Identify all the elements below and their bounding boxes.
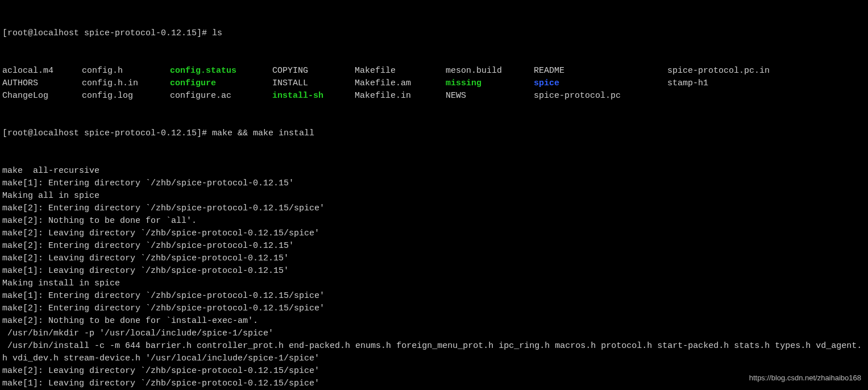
ls-item: missing [446,77,534,90]
ls-row: aclocal.m4config.hconfig.statusCOPYINGMa… [2,65,866,77]
ls-item: stamp-h1 [667,77,815,90]
output-line: make[2]: Leaving directory `/zhb/spice-p… [2,252,866,265]
ls-item: configure [170,77,272,90]
ls-row: AUTHORSconfig.h.inconfigureINSTALLMakefi… [2,77,866,90]
output-line: make[1]: Leaving directory `/zhb/spice-p… [2,377,866,390]
output-line: make[2]: Leaving directory `/zhb/spice-p… [2,227,866,240]
prompt: [root@localhost spice-protocol-0.12.15]# [2,127,212,140]
ls-item: spice [534,77,667,90]
output-line: make all-recursive [2,165,866,177]
output-line: make[2]: Leaving directory `/zhb/spice-p… [2,365,866,377]
output-line: /usr/bin/mkdir -p '/usr/local/include/sp… [2,327,866,340]
ls-row: ChangeLogconfig.logconfigure.acinstall-s… [2,90,866,102]
prompt-line-2: [root@localhost spice-protocol-0.12.15]#… [2,127,866,140]
ls-item: ChangeLog [2,90,82,102]
output-line: make[2]: Entering directory `/zhb/spice-… [2,202,866,215]
ls-item: Makefile.am [355,77,446,90]
ls-item: README [534,65,667,77]
output-line: make[2]: Entering directory `/zhb/spice-… [2,302,866,315]
ls-item: configure.ac [170,90,272,102]
output-line: make[2]: Nothing to be done for `all'. [2,215,866,227]
ls-item: spice-protocol.pc [534,90,667,102]
ls-item: meson.build [446,65,534,77]
prompt: [root@localhost spice-protocol-0.12.15]# [2,27,212,40]
output-line: /usr/bin/install -c -m 644 barrier.h con… [2,340,866,365]
ls-item: spice-protocol.pc.in [667,65,815,77]
ls-item: config.h.in [82,77,170,90]
ls-item: COPYING [272,65,355,77]
output-line: make[1]: Leaving directory `/zhb/spice-p… [2,265,866,277]
ls-item: Makefile [355,65,446,77]
ls-item: Makefile.in [355,90,446,102]
make-output: make all-recursivemake[1]: Entering dire… [2,165,866,390]
ls-output: aclocal.m4config.hconfig.statusCOPYINGMa… [2,65,866,102]
output-line: make[1]: Entering directory `/zhb/spice-… [2,177,866,190]
ls-item: config.h [82,65,170,77]
terminal[interactable]: [root@localhost spice-protocol-0.12.15]#… [0,0,868,390]
ls-item: INSTALL [272,77,355,90]
output-line: Making all in spice [2,190,866,202]
output-line: make[2]: Nothing to be done for `install… [2,315,866,327]
command: ls [212,27,222,40]
output-line: Making install in spice [2,277,866,290]
prompt-line-1: [root@localhost spice-protocol-0.12.15]#… [2,27,866,40]
command: make && make install [212,127,314,140]
ls-item: config.status [170,65,272,77]
ls-item: install-sh [272,90,355,102]
ls-item: aclocal.m4 [2,65,82,77]
output-line: make[2]: Entering directory `/zhb/spice-… [2,240,866,252]
ls-item: config.log [82,90,170,102]
output-line: make[1]: Entering directory `/zhb/spice-… [2,290,866,302]
ls-item: NEWS [446,90,534,102]
ls-item: AUTHORS [2,77,82,90]
watermark: https://blog.csdn.net/zhaihaibo168 [749,372,861,384]
